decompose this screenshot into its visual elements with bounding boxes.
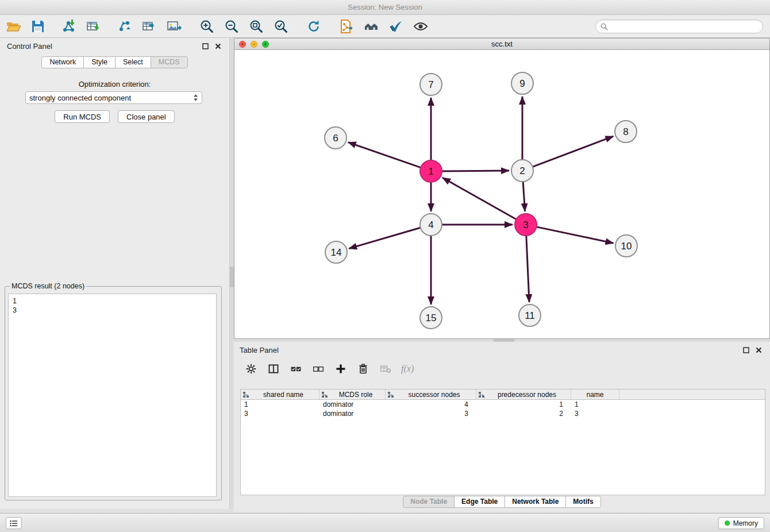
table-header-row: shared name MCDS role <box>241 390 765 400</box>
delete-column-button[interactable] <box>356 362 370 376</box>
export-image-button[interactable] <box>165 18 183 35</box>
create-column-button[interactable] <box>334 362 348 376</box>
edge-2-8[interactable] <box>533 136 614 167</box>
tab-select[interactable]: Select <box>115 56 151 68</box>
column-header-predecessor-nodes[interactable]: predecessor nodes <box>476 390 571 399</box>
table-panel-header: Table Panel <box>234 342 770 358</box>
task-history-button[interactable] <box>6 517 22 529</box>
table-row[interactable]: 3 dominator 3 2 3 <box>241 409 765 418</box>
node-1[interactable]: 1 <box>420 160 442 182</box>
network-graph[interactable]: 7968124314101511 <box>234 50 769 338</box>
memory-button[interactable]: Memory <box>718 517 764 529</box>
tab-edge-table[interactable]: Edge Table <box>454 496 505 508</box>
show-hide-button[interactable] <box>412 18 429 35</box>
status-bar: Memory <box>0 513 770 532</box>
mcds-result-box: MCDS result (2 nodes) 1 3 <box>5 282 222 500</box>
float-icon <box>743 347 749 353</box>
window-titlebar[interactable]: Session: New Session <box>0 0 770 15</box>
cell-shared-name: 3 <box>241 410 319 418</box>
node-11[interactable]: 11 <box>519 304 541 326</box>
column-header-name[interactable]: name <box>571 390 619 399</box>
column-header-mcds-role[interactable]: MCDS role <box>319 390 386 399</box>
edge-3-11[interactable] <box>526 236 529 302</box>
node-15[interactable]: 15 <box>420 307 442 329</box>
edge-3-10[interactable] <box>537 227 614 243</box>
import-table-button[interactable] <box>85 18 102 35</box>
node-14[interactable]: 14 <box>325 241 347 263</box>
node-4[interactable]: 4 <box>420 214 442 236</box>
clone-network-button[interactable] <box>338 18 355 35</box>
vertical-splitter[interactable] <box>230 38 234 509</box>
node-10[interactable]: 10 <box>615 235 637 257</box>
table-row[interactable]: 1 dominator 4 1 1 <box>241 400 765 409</box>
svg-text:11: 11 <box>525 310 535 321</box>
edge-4-14[interactable] <box>349 228 421 248</box>
close-table-panel-button[interactable] <box>754 345 763 354</box>
node-6[interactable]: 6 <box>325 127 346 149</box>
export-table-icon <box>142 19 157 34</box>
svg-text:14: 14 <box>331 247 342 258</box>
float-table-panel-button[interactable] <box>741 345 750 354</box>
columns-icon <box>268 363 279 375</box>
zoom-selected-button[interactable] <box>272 18 290 35</box>
save-session-button[interactable] <box>29 18 47 35</box>
svg-text:10: 10 <box>621 241 632 252</box>
node-9[interactable]: 9 <box>511 72 533 94</box>
node-table[interactable]: shared name MCDS role <box>240 389 765 495</box>
show-column-panel-button[interactable] <box>267 362 280 376</box>
table-settings-button[interactable] <box>244 362 258 376</box>
export-table-button[interactable] <box>141 18 158 35</box>
close-icon <box>756 347 762 353</box>
unselect-all-columns-button[interactable] <box>311 362 325 376</box>
eye-icon <box>413 19 428 34</box>
stepper-icon <box>193 94 198 102</box>
mcds-result-list[interactable]: 1 3 <box>8 294 217 497</box>
column-header-successor-nodes[interactable]: successor nodes <box>386 390 476 399</box>
network-window-titlebar[interactable]: scc.txt × − + <box>234 38 769 50</box>
column-header-shared-name[interactable]: shared name <box>241 390 319 399</box>
export-network-icon <box>117 19 132 34</box>
close-panel-action-button[interactable]: Close panel <box>118 110 175 123</box>
minimize-window-button[interactable]: − <box>251 41 257 48</box>
close-panel-button[interactable] <box>213 41 222 51</box>
zoom-in-button[interactable] <box>198 18 215 35</box>
edge-2-3[interactable] <box>523 182 525 211</box>
close-window-button[interactable]: × <box>239 41 246 48</box>
tab-network-table[interactable]: Network Table <box>505 496 566 508</box>
node-3[interactable]: 3 <box>515 214 537 236</box>
search-input[interactable] <box>611 22 758 31</box>
float-panel-button[interactable] <box>201 41 210 51</box>
layout-home-button[interactable] <box>363 18 380 35</box>
network-canvas[interactable]: 7968124314101511 <box>234 50 769 338</box>
open-session-button[interactable] <box>5 18 22 35</box>
run-mcds-button[interactable]: Run MCDS <box>55 110 110 123</box>
mcds-result-title: MCDS result (2 nodes) <box>10 282 86 290</box>
column-header-filler <box>619 390 765 399</box>
search-icon <box>600 23 608 30</box>
zoom-window-button[interactable]: + <box>262 41 269 48</box>
zoom-out-button[interactable] <box>223 18 240 35</box>
tab-node-table[interactable]: Node Table <box>403 496 455 508</box>
tab-style[interactable]: Style <box>83 56 116 68</box>
table-panel: Table Panel <box>234 342 770 512</box>
zoom-fit-button[interactable] <box>248 18 265 35</box>
optimization-select[interactable]: strongly connected component <box>25 91 202 104</box>
node-7[interactable]: 7 <box>420 74 442 95</box>
zoom-selected-icon <box>274 19 288 34</box>
edge-1-6[interactable] <box>348 142 421 168</box>
refresh-button[interactable] <box>305 18 322 35</box>
import-network-button[interactable] <box>60 18 78 35</box>
node-8[interactable]: 8 <box>615 121 637 142</box>
cell-predecessor-nodes: 2 <box>476 410 571 418</box>
tab-motifs[interactable]: Motifs <box>565 496 600 508</box>
select-all-columns-button[interactable] <box>289 362 303 376</box>
node-2[interactable]: 2 <box>511 160 533 182</box>
search-field[interactable] <box>595 20 763 33</box>
edge-3-1[interactable] <box>442 178 516 219</box>
apply-style-button[interactable] <box>387 18 405 35</box>
edge-1-2[interactable] <box>442 171 509 171</box>
tab-mcds[interactable]: MCDS <box>151 56 188 68</box>
export-network-button[interactable] <box>116 18 133 35</box>
cell-mcds-role: dominator <box>319 410 386 418</box>
tab-network[interactable]: Network <box>41 56 84 68</box>
